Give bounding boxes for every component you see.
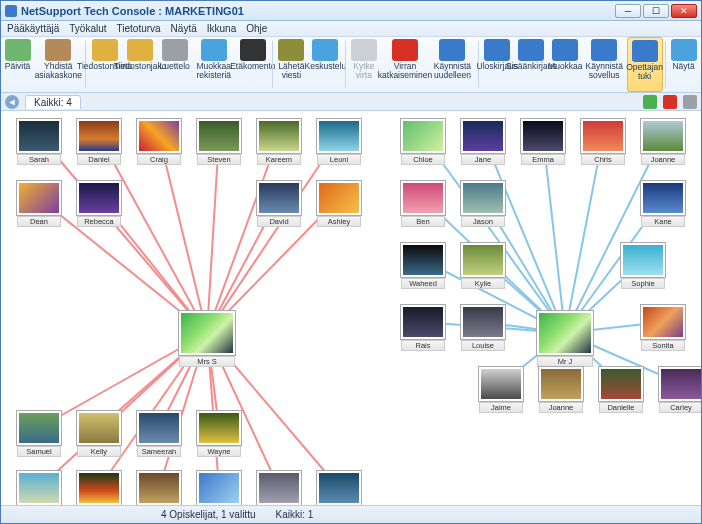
client-carley[interactable]: Carley — [659, 367, 701, 413]
window-title: NetSupport Tech Console : MARKETING01 — [21, 5, 615, 17]
client-kane[interactable]: Kane — [641, 181, 685, 227]
ribbon-opettajan[interactable]: Opettajan tuki — [627, 37, 663, 92]
client-jaime[interactable]: Jaime — [479, 367, 523, 413]
thumbnail-label: Sameerah — [137, 446, 181, 457]
client-sameerah[interactable]: Sameerah — [137, 411, 181, 457]
statusbar: 4 Opiskelijat, 1 valittu Kaikki: 1 — [1, 505, 701, 523]
close-button[interactable]: ✕ — [671, 4, 697, 18]
ribbon-uudelleen[interactable]: Käynnistä uudelleen — [430, 37, 477, 92]
network-canvas[interactable]: Mrs SMr JSarahDanielCraigStevenKareemLeo… — [1, 111, 701, 505]
ribbon-paivita[interactable]: Päivitä — [1, 37, 35, 92]
back-button[interactable]: ◄ — [5, 95, 19, 109]
client-steven[interactable]: Steven — [197, 119, 241, 165]
hub-mrs s[interactable]: Mrs S — [179, 311, 235, 367]
client-danielle[interactable]: Danielle — [599, 367, 643, 413]
thumbnail-label: Sonita — [641, 340, 685, 351]
client-joanne[interactable]: Joanne — [539, 367, 583, 413]
thumbnail-image — [581, 119, 625, 153]
menu-ohje[interactable]: Ohje — [246, 23, 267, 34]
client-carlos[interactable]: Carlos — [257, 471, 301, 505]
client-chloe[interactable]: Chloe — [401, 119, 445, 165]
thumbnail-image — [197, 119, 241, 153]
ribbon-etakomento[interactable]: Etäkomento — [236, 37, 270, 92]
thumbnail-image — [197, 471, 241, 505]
client-t-jay[interactable]: T-Jay — [137, 471, 181, 505]
ribbon-label: Näytä — [672, 62, 694, 71]
svg-line-20 — [423, 136, 565, 333]
client-emma[interactable]: Emma — [521, 119, 565, 165]
ribbon-keskustelu[interactable]: Keskustelu — [309, 37, 343, 92]
menu-ikkuna[interactable]: Ikkuna — [207, 23, 236, 34]
client-beth[interactable]: Beth — [77, 471, 121, 505]
client-daniel[interactable]: Daniel — [77, 119, 121, 165]
thumbnail-image — [257, 119, 301, 153]
client-david[interactable]: David — [257, 181, 301, 227]
client-kareem[interactable]: Kareem — [257, 119, 301, 165]
hub-mr j[interactable]: Mr J — [537, 311, 593, 367]
client-bobby[interactable]: Bobby — [17, 471, 61, 505]
maximize-button[interactable]: ☐ — [643, 4, 669, 18]
client-craig[interactable]: Craig — [137, 119, 181, 165]
thumbnail-image — [77, 181, 121, 215]
client-sonita[interactable]: Sonita — [641, 305, 685, 351]
client-kylie[interactable]: Kylie — [461, 243, 505, 289]
ribbon-nayta[interactable]: Näytä — [667, 37, 701, 92]
ribbon-asiakaskone[interactable]: Yhdistä asiakaskone — [35, 37, 83, 92]
client-james[interactable]: James — [197, 471, 241, 505]
tab-all[interactable]: Kaikki: 4 — [25, 95, 81, 109]
client-joanne[interactable]: Joanne — [641, 119, 685, 165]
remove-icon[interactable] — [663, 95, 677, 109]
thumbnail-image — [641, 119, 685, 153]
thumbnail-label: Emma — [521, 154, 565, 165]
luettelo-icon — [162, 39, 188, 61]
thumbnail-label: Joanne — [641, 154, 685, 165]
ribbon-tiedostonjako[interactable]: Tiedostonjako — [123, 37, 158, 92]
client-jane[interactable]: Jane — [461, 119, 505, 165]
client-ashley[interactable]: Ashley — [317, 181, 361, 227]
client-sanjay[interactable]: Sanjay — [317, 471, 361, 505]
thumbnail-image — [17, 411, 61, 445]
thumbnail-image — [401, 119, 445, 153]
thumbnail-image — [461, 181, 505, 215]
sovellus-icon — [591, 39, 617, 61]
client-samuel[interactable]: Samuel — [17, 411, 61, 457]
client-kelly[interactable]: Kelly — [77, 411, 121, 457]
menu-työkalut[interactable]: Työkalut — [69, 23, 106, 34]
ribbon-sovellus[interactable]: Käynnistä sovellus — [583, 37, 627, 92]
client-dean[interactable]: Dean — [17, 181, 61, 227]
thumbnail-label: Ashley — [317, 216, 361, 227]
thumbnail-image — [257, 471, 301, 505]
client-ben[interactable]: Ben — [401, 181, 445, 227]
ribbon-sisaankirjaus[interactable]: Sisäänkirjaus — [515, 37, 549, 92]
thumbnail-image — [17, 119, 61, 153]
client-sarah[interactable]: Sarah — [17, 119, 61, 165]
virran-icon — [392, 39, 418, 61]
muokkaa-icon — [552, 39, 578, 61]
client-sophie[interactable]: Sophie — [621, 243, 665, 289]
ribbon-muokkaa[interactable]: Muokkaa — [549, 37, 583, 92]
thumbnail-label: Chris — [581, 154, 625, 165]
thumbnail-image — [77, 411, 121, 445]
client-jason[interactable]: Jason — [461, 181, 505, 227]
add-icon[interactable] — [643, 95, 657, 109]
thumbnail-label: Craig — [137, 154, 181, 165]
client-chris[interactable]: Chris — [581, 119, 625, 165]
ribbon-label: Lähetä viesti — [278, 62, 304, 80]
client-waheed[interactable]: Waheed — [401, 243, 445, 289]
thumbnail-label: Dean — [17, 216, 61, 227]
minimize-button[interactable]: ─ — [615, 4, 641, 18]
client-rais[interactable]: Rais — [401, 305, 445, 351]
client-leoni[interactable]: Leoni — [317, 119, 361, 165]
settings-icon[interactable] — [683, 95, 697, 109]
client-louise[interactable]: Louise — [461, 305, 505, 351]
client-rebecca[interactable]: Rebecca — [77, 181, 121, 227]
thumbnail-image — [599, 367, 643, 401]
menu-tietoturva[interactable]: Tietoturva — [117, 23, 161, 34]
menu-näytä[interactable]: Näytä — [171, 23, 197, 34]
ribbon-luettelo[interactable]: Luettelo — [158, 37, 192, 92]
client-wayne[interactable]: Wayne — [197, 411, 241, 457]
ribbon-virran[interactable]: Virran katkaiseminen — [381, 37, 429, 92]
thumbnail-image — [77, 119, 121, 153]
thumbnail-label: Ben — [401, 216, 445, 227]
menu-pääkäyttäjä[interactable]: Pääkäyttäjä — [7, 23, 59, 34]
